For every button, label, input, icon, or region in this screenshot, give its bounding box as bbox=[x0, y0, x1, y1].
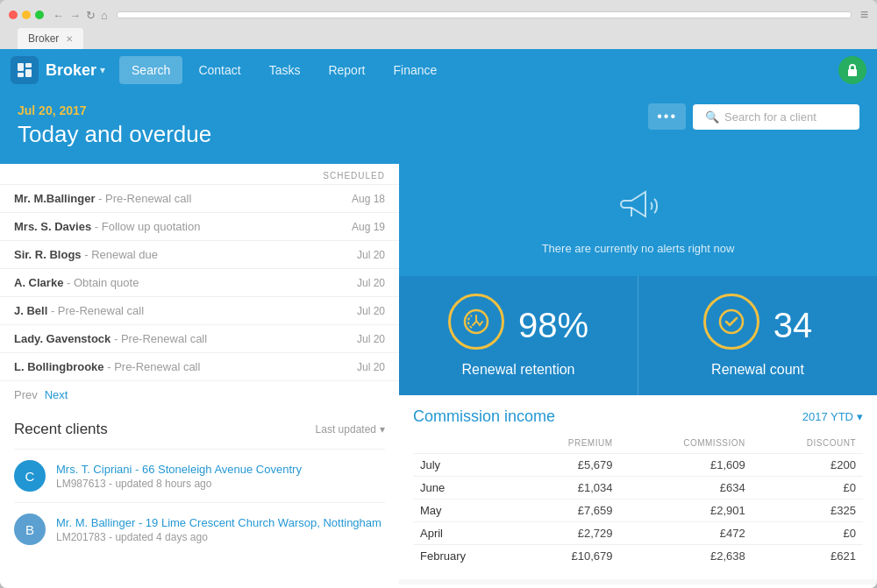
tab-title: Broker bbox=[28, 32, 59, 45]
brand-name: Broker bbox=[46, 61, 96, 80]
task-row[interactable]: J. Bell - Pre-Renewal call Jul 20 bbox=[0, 296, 399, 324]
task-date: Aug 19 bbox=[352, 221, 385, 233]
task-row[interactable]: Mr. M.Ballinger - Pre-Renewal call Aug 1… bbox=[0, 184, 399, 212]
svg-point-6 bbox=[720, 310, 743, 333]
alerts-section: There are currently no alerts right now bbox=[399, 164, 877, 276]
logo-icon bbox=[16, 61, 33, 79]
commission-month: June bbox=[413, 477, 517, 499]
prev-page-link[interactable]: Prev bbox=[14, 388, 38, 401]
recent-clients-header: Recent clients Last updated ▾ bbox=[14, 421, 385, 438]
commission-discount: £621 bbox=[752, 545, 863, 568]
commission-amount: £2,638 bbox=[619, 545, 752, 568]
commission-table: PREMIUM COMMISSION DISCOUNT July £5,679 … bbox=[413, 435, 863, 567]
last-updated-dropdown[interactable]: Last updated ▾ bbox=[316, 423, 385, 436]
client-detail: LM987613 - updated 8 hours ago bbox=[56, 478, 385, 490]
commission-column-header: COMMISSION bbox=[619, 435, 752, 454]
commission-discount: £0 bbox=[752, 477, 863, 499]
commission-premium: £10,679 bbox=[517, 545, 620, 568]
commission-month: April bbox=[413, 522, 517, 545]
client-info: Mrs. T. Cipriani - 66 Stoneleigh Avenue … bbox=[56, 463, 385, 490]
tasks-header: SCHEDULED bbox=[0, 164, 399, 184]
tasks-pagination: Prev Next bbox=[0, 380, 399, 408]
commission-premium: £1,034 bbox=[517, 477, 620, 499]
commission-row: June £1,034 £634 £0 bbox=[413, 477, 863, 499]
nav-item-search[interactable]: Search bbox=[119, 56, 182, 84]
lock-icon bbox=[845, 62, 860, 78]
ytd-dropdown-icon: ▾ bbox=[857, 410, 863, 423]
client-info: Mr. M. Ballinger - 19 Lime Crescent Chur… bbox=[56, 516, 385, 543]
profile-icon[interactable] bbox=[838, 56, 866, 84]
task-date: Jul 20 bbox=[357, 361, 385, 373]
commission-premium: £2,729 bbox=[517, 522, 620, 545]
svg-rect-0 bbox=[18, 63, 24, 71]
minimize-button[interactable] bbox=[22, 11, 31, 19]
task-row[interactable]: A. Clarke - Obtain quote Jul 20 bbox=[0, 268, 399, 296]
commission-discount: £0 bbox=[752, 522, 863, 545]
commission-amount: £634 bbox=[619, 477, 752, 499]
browser-chrome: ← → ↻ ⌂ ≡ Broker ✕ bbox=[0, 0, 877, 49]
address-bar[interactable] bbox=[117, 11, 852, 18]
tasks-section: SCHEDULED Mr. M.Ballinger - Pre-Renewal … bbox=[0, 164, 399, 408]
maximize-button[interactable] bbox=[35, 11, 44, 19]
commission-section: Commission income 2017 YTD ▾ PREMIUM COM… bbox=[399, 395, 877, 579]
left-panel: SCHEDULED Mr. M.Ballinger - Pre-Renewal … bbox=[0, 164, 399, 588]
renewal-retention-label: Renewal retention bbox=[462, 362, 575, 378]
browser-tab[interactable]: Broker ✕ bbox=[18, 28, 83, 49]
app-container: Broker ▾ Search Contact Tasks Report Fin… bbox=[0, 49, 877, 588]
task-row[interactable]: Mrs. S. Davies - Follow up quotation Aug… bbox=[0, 212, 399, 240]
commission-month: May bbox=[413, 499, 517, 522]
dropdown-icon: ▾ bbox=[380, 423, 385, 436]
nav-item-finance[interactable]: Finance bbox=[381, 56, 449, 84]
month-column-header bbox=[413, 435, 517, 454]
nav-items: Search Contact Tasks Report Finance bbox=[119, 56, 838, 84]
nav-item-contact[interactable]: Contact bbox=[186, 56, 253, 84]
client-item[interactable]: B Mr. M. Ballinger - 19 Lime Crescent Ch… bbox=[14, 502, 385, 556]
tab-close-icon[interactable]: ✕ bbox=[66, 34, 73, 44]
forward-button[interactable]: → bbox=[69, 9, 81, 22]
commission-title: Commission income bbox=[413, 407, 555, 426]
recent-clients-section: Recent clients Last updated ▾ C Mrs. T. … bbox=[0, 408, 399, 556]
task-client-name: Lady. Gavenstock - Pre-Renewal call bbox=[14, 332, 207, 345]
refresh-button[interactable]: ↻ bbox=[86, 9, 96, 22]
client-name[interactable]: Mrs. T. Cipriani - 66 Stoneleigh Avenue … bbox=[56, 463, 385, 476]
top-nav: Broker ▾ Search Contact Tasks Report Fin… bbox=[0, 49, 877, 91]
header-date: Jul 20, 2017 bbox=[18, 103, 211, 117]
discount-column-header: DISCOUNT bbox=[752, 435, 863, 454]
renewal-count-label: Renewal count bbox=[711, 362, 804, 378]
brand-dropdown-icon[interactable]: ▾ bbox=[100, 64, 105, 76]
browser-menu-icon[interactable]: ≡ bbox=[860, 7, 868, 23]
svg-rect-1 bbox=[25, 63, 32, 67]
task-row[interactable]: Lady. Gavenstock - Pre-Renewal call Jul … bbox=[0, 324, 399, 352]
svg-rect-2 bbox=[25, 69, 32, 77]
back-button[interactable]: ← bbox=[53, 9, 64, 22]
commission-month: February bbox=[413, 545, 517, 568]
next-page-link[interactable]: Next bbox=[45, 388, 68, 401]
renewal-count-stat: 34 Renewal count bbox=[638, 276, 877, 395]
nav-item-report[interactable]: Report bbox=[316, 56, 377, 84]
task-client-name: Mr. M.Ballinger - Pre-Renewal call bbox=[14, 192, 191, 205]
commission-row: May £7,659 £2,901 £325 bbox=[413, 499, 863, 522]
home-button[interactable]: ⌂ bbox=[101, 9, 108, 22]
browser-window: ← → ↻ ⌂ ≡ Broker ✕ Broker bbox=[0, 0, 877, 588]
more-options-button[interactable]: ••• bbox=[648, 103, 686, 130]
nav-item-tasks[interactable]: Tasks bbox=[257, 56, 313, 84]
ytd-selector[interactable]: 2017 YTD ▾ bbox=[802, 410, 863, 423]
task-date: Jul 20 bbox=[357, 305, 385, 317]
megaphone-icon bbox=[617, 185, 660, 235]
commission-amount: £472 bbox=[619, 522, 752, 545]
client-item[interactable]: C Mrs. T. Cipriani - 66 Stoneleigh Avenu… bbox=[14, 449, 385, 502]
close-button[interactable] bbox=[9, 11, 18, 19]
alert-message: There are currently no alerts right now bbox=[542, 242, 735, 255]
task-date: Aug 18 bbox=[352, 193, 385, 205]
task-row[interactable]: Sir. R. Blogs - Renewal due Jul 20 bbox=[0, 240, 399, 268]
task-row[interactable]: L. Bollingbrooke - Pre-Renewal call Jul … bbox=[0, 352, 399, 380]
search-client-placeholder: Search for a client bbox=[724, 110, 816, 124]
task-client-name: J. Bell - Pre-Renewal call bbox=[14, 304, 144, 317]
search-client-input[interactable]: 🔍 Search for a client bbox=[693, 104, 859, 130]
task-date: Jul 20 bbox=[357, 249, 385, 261]
task-client-name: Sir. R. Blogs - Renewal due bbox=[14, 248, 158, 261]
client-name[interactable]: Mr. M. Ballinger - 19 Lime Crescent Chur… bbox=[56, 516, 385, 529]
traffic-lights bbox=[9, 11, 44, 19]
renewal-count-icon bbox=[703, 294, 759, 350]
right-panel: There are currently no alerts right now bbox=[399, 164, 877, 588]
